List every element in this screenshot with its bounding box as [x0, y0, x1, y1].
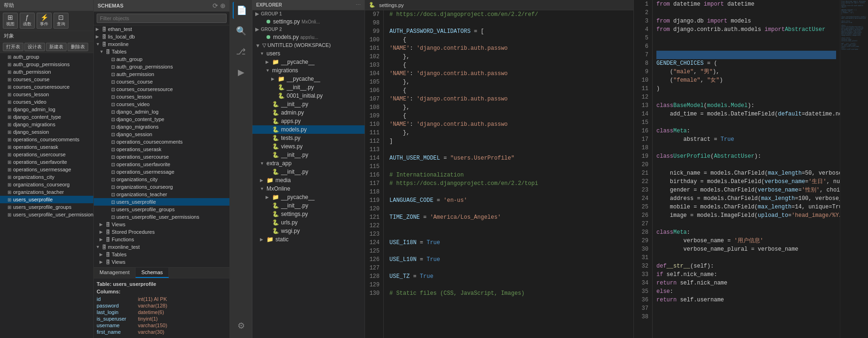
- new-table-btn[interactable]: 新建表: [46, 43, 67, 51]
- schema-tree-item[interactable]: ⊡django_session: [94, 131, 229, 138]
- schema-tree-item[interactable]: ⊡auth_group: [94, 55, 229, 63]
- schema-search-input[interactable]: [97, 14, 227, 23]
- schema-tree-item[interactable]: ▶🗄Functions: [94, 236, 229, 243]
- schema-tree-item[interactable]: ⊡users_userprofile_groups: [94, 206, 229, 213]
- center-code-area[interactable]: # https://docs.djangoproject.com/en/2.2/…: [384, 10, 633, 338]
- schema-tree-item[interactable]: ▼🗄mxonline: [94, 40, 229, 48]
- schema-tree-item[interactable]: ⊡users_userprofile: [94, 198, 229, 206]
- schema-tree-item[interactable]: ▶🗄Views: [94, 258, 229, 266]
- schema-tree-item[interactable]: ⊡courses_lesson: [94, 93, 229, 100]
- folder-item[interactable]: ▶📁__pycache__: [252, 193, 365, 201]
- table-item[interactable]: ⊞operations_usermessage: [0, 166, 93, 173]
- folder-item[interactable]: ▶📁__pycache__: [252, 75, 365, 83]
- file-item[interactable]: 🐍__init__.py: [252, 168, 365, 176]
- schema-tree-item[interactable]: ⊡django_content_type: [94, 115, 229, 123]
- debug-icon[interactable]: ▶: [233, 64, 250, 81]
- file-item[interactable]: ▼users: [252, 49, 365, 58]
- schema-tree-item[interactable]: ⊡auth_permission: [94, 70, 229, 78]
- file-item[interactable]: 🐍__init__.py: [252, 201, 365, 210]
- schema-tree-item[interactable]: ⊡courses_courseresource: [94, 85, 229, 93]
- table-item[interactable]: ⊞operations_userfavorite: [0, 158, 93, 166]
- table-item[interactable]: ⊞django_admin_log: [0, 106, 93, 113]
- file-item[interactable]: 🐍__init__.py: [252, 83, 365, 92]
- file-item[interactable]: ▼extra_app: [252, 159, 365, 168]
- file-item[interactable]: models.py apps\u...: [252, 33, 365, 41]
- file-item[interactable]: 🐍tests.py: [252, 134, 365, 142]
- schema-tree-item[interactable]: ⊡organizations_city: [94, 176, 229, 183]
- table-item[interactable]: ⊞users_userprofile_groups: [0, 203, 93, 211]
- table-item[interactable]: ⊞courses_lesson: [0, 91, 93, 98]
- schema-tree-item[interactable]: ▶🗄lis_local_db: [94, 33, 229, 40]
- table-item[interactable]: ⊞organizations_courseorg: [0, 181, 93, 188]
- file-item[interactable]: 🐍urls.py: [252, 218, 365, 227]
- table-item[interactable]: ⊞operations_userask: [0, 143, 93, 151]
- file-item[interactable]: 🐍views.py: [252, 142, 365, 151]
- right-line-number: 27: [638, 220, 648, 228]
- query-btn[interactable]: ⊡ 查询: [53, 13, 69, 29]
- schema-tree-item[interactable]: ⊡operations_userask: [94, 146, 229, 153]
- schema-tree-item[interactable]: ▼🗄mxonline_test: [94, 243, 229, 251]
- tab-schemas[interactable]: Schemas: [136, 268, 169, 278]
- schema-tree-item[interactable]: ⊡django_admin_log: [94, 108, 229, 115]
- table-item[interactable]: ⊞auth_group_permissions: [0, 61, 93, 68]
- schema-tree-item[interactable]: ⊡operations_userfavorite: [94, 161, 229, 168]
- schema-tree-item[interactable]: ⊡courses_video: [94, 100, 229, 108]
- func-btn[interactable]: ƒ 函数: [20, 13, 35, 29]
- file-item[interactable]: settings.py MxOnli...: [252, 17, 365, 26]
- table-item[interactable]: ⊞courses_courseresource: [0, 83, 93, 91]
- schema-tree-item[interactable]: ▶🗄Views: [94, 221, 229, 228]
- view-btn[interactable]: ⊞ 视图: [3, 13, 18, 29]
- table-item[interactable]: ⊞django_migrations: [0, 121, 93, 128]
- file-item[interactable]: 🐍__init__.py: [252, 151, 365, 159]
- table-item[interactable]: ⊞auth_group: [0, 53, 93, 61]
- right-code-area[interactable]: from datetime import datetimefrom django…: [653, 0, 840, 338]
- schema-tree-item[interactable]: ▶🗄Tables: [94, 251, 229, 258]
- file-item[interactable]: 🐍wsgi.py: [252, 227, 365, 235]
- table-item[interactable]: ⊞users_userprofile: [0, 196, 93, 203]
- file-item[interactable]: 🐍apps.py: [252, 117, 365, 125]
- extensions-icon[interactable]: ⚙: [233, 317, 250, 334]
- file-item[interactable]: 🐍0001_initial.py: [252, 92, 365, 100]
- table-item[interactable]: ⊞organizations_teacher: [0, 188, 93, 196]
- table-item[interactable]: ⊞users_userprofile_user_permissions: [0, 211, 93, 218]
- search-icon[interactable]: 🔍: [233, 23, 250, 39]
- schema-tree-item[interactable]: ⊡organizations_courseorg: [94, 183, 229, 191]
- table-item[interactable]: ⊞organizations_city: [0, 173, 93, 181]
- open-table-btn[interactable]: 打开表: [3, 43, 23, 51]
- file-item[interactable]: 🐍admin.py: [252, 108, 365, 117]
- table-item[interactable]: ⊞courses_course: [0, 76, 93, 83]
- design-table-btn[interactable]: 设计表: [24, 43, 45, 51]
- delete-table-btn[interactable]: 删除表: [68, 43, 88, 51]
- schema-tree-item[interactable]: ⊡operations_coursecomments: [94, 138, 229, 146]
- table-item[interactable]: ⊞courses_video: [0, 98, 93, 106]
- tab-management[interactable]: Management: [94, 268, 136, 278]
- git-icon[interactable]: ⎇: [233, 43, 250, 60]
- table-item[interactable]: ⊞operations_usercourse: [0, 151, 93, 158]
- schema-tree-item[interactable]: ⊡django_migrations: [94, 123, 229, 131]
- folder-item[interactable]: ▶📁media: [252, 176, 365, 184]
- schema-tree-item[interactable]: ⊡operations_usermessage: [94, 168, 229, 176]
- file-item[interactable]: ▼migrations: [252, 66, 365, 75]
- table-item[interactable]: ⊞django_session: [0, 128, 93, 136]
- schema-tree-item[interactable]: ⊡users_userprofile_user_permissions: [94, 213, 229, 221]
- file-item[interactable]: ▼MxOnline: [252, 184, 365, 193]
- schema-tree-item[interactable]: ⊡operations_usercourse: [94, 153, 229, 161]
- schema-tree-item[interactable]: ▶🗄ethan_test: [94, 25, 229, 33]
- table-item[interactable]: ⊞auth_permission: [0, 68, 93, 76]
- folder-item[interactable]: ▶📁__pycache__: [252, 58, 365, 66]
- schema-tree-item[interactable]: ⊡courses_course: [94, 78, 229, 85]
- workspace-header[interactable]: ▼ ▽ UNTITLED (WORKSPACE): [252, 41, 365, 49]
- table-list: ⊞auth_group⊞auth_group_permissions⊞auth_…: [0, 53, 93, 338]
- event-btn[interactable]: ⚡ 事件: [37, 13, 52, 29]
- schema-tree-item[interactable]: ▼🗄Tables: [94, 48, 229, 55]
- file-item[interactable]: 🐍settings.py: [252, 210, 365, 218]
- schema-tree-item[interactable]: ⊡organizations_teacher: [94, 191, 229, 198]
- folder-item[interactable]: ▶📁static: [252, 235, 365, 244]
- table-item[interactable]: ⊞django_content_type: [0, 113, 93, 121]
- files-icon[interactable]: 📄: [233, 2, 250, 19]
- table-item[interactable]: ⊞operations_coursecomments: [0, 136, 93, 143]
- file-item[interactable]: 🐍models.py: [252, 125, 365, 134]
- file-item[interactable]: 🐍__init__.py: [252, 100, 365, 108]
- schema-tree-item[interactable]: ▶🗄Stored Procedures: [94, 228, 229, 236]
- schema-tree-item[interactable]: ⊡auth_group_permissions: [94, 63, 229, 70]
